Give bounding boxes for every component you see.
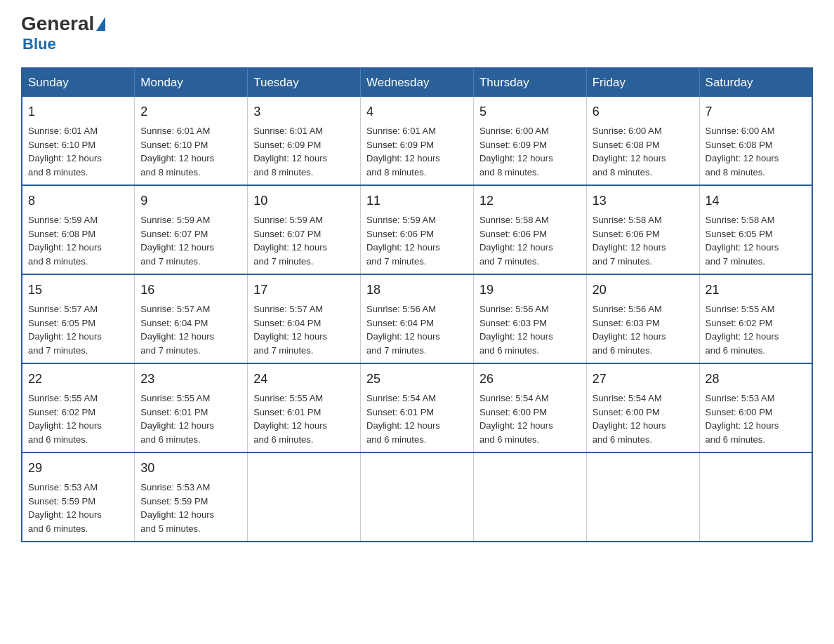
- day-number: 15: [28, 281, 128, 300]
- day-info: Sunrise: 5:58 AMSunset: 6:06 PMDaylight:…: [479, 215, 553, 267]
- calendar-header-saturday: Saturday: [699, 68, 812, 97]
- day-info: Sunrise: 5:54 AMSunset: 6:00 PMDaylight:…: [593, 393, 666, 445]
- day-number: 20: [593, 281, 694, 300]
- page-header: General Blue: [21, 14, 813, 53]
- calendar-week-row: 29Sunrise: 5:53 AMSunset: 5:59 PMDayligh…: [22, 452, 812, 542]
- day-info: Sunrise: 6:00 AMSunset: 6:08 PMDaylight:…: [706, 126, 779, 177]
- day-number: 5: [479, 102, 581, 121]
- day-info: Sunrise: 5:55 AMSunset: 6:02 PMDaylight:…: [28, 393, 102, 445]
- calendar-cell: 4Sunrise: 6:01 AMSunset: 6:09 PMDaylight…: [361, 97, 474, 185]
- day-info: Sunrise: 5:55 AMSunset: 6:01 PMDaylight:…: [140, 393, 214, 445]
- day-number: 8: [28, 192, 128, 210]
- day-number: 16: [140, 281, 241, 300]
- day-number: 24: [253, 370, 355, 389]
- day-number: 1: [28, 102, 128, 121]
- day-info: Sunrise: 5:58 AMSunset: 6:05 PMDaylight:…: [706, 215, 779, 267]
- logo-blue: Blue: [22, 35, 56, 53]
- day-info: Sunrise: 5:59 AMSunset: 6:06 PMDaylight:…: [366, 215, 440, 267]
- calendar-header-monday: Monday: [135, 68, 248, 97]
- calendar-cell: [699, 452, 812, 542]
- calendar-cell: 26Sunrise: 5:54 AMSunset: 6:00 PMDayligh…: [473, 363, 586, 452]
- calendar-cell: 8Sunrise: 5:59 AMSunset: 6:08 PMDaylight…: [22, 185, 135, 274]
- calendar-cell: 12Sunrise: 5:58 AMSunset: 6:06 PMDayligh…: [473, 185, 586, 274]
- day-number: 10: [253, 192, 355, 210]
- calendar-header-friday: Friday: [586, 68, 699, 97]
- calendar-cell: 18Sunrise: 5:56 AMSunset: 6:04 PMDayligh…: [361, 274, 474, 363]
- day-info: Sunrise: 5:56 AMSunset: 6:03 PMDaylight:…: [593, 304, 666, 356]
- day-number: 21: [706, 281, 806, 300]
- day-number: 2: [140, 102, 241, 121]
- calendar-table: SundayMondayTuesdayWednesdayThursdayFrid…: [21, 67, 813, 542]
- day-number: 23: [140, 370, 241, 389]
- day-number: 18: [366, 281, 468, 300]
- day-info: Sunrise: 5:54 AMSunset: 6:00 PMDaylight:…: [479, 393, 553, 445]
- day-info: Sunrise: 5:58 AMSunset: 6:06 PMDaylight:…: [593, 215, 666, 267]
- calendar-cell: 6Sunrise: 6:00 AMSunset: 6:08 PMDaylight…: [586, 97, 699, 185]
- day-number: 11: [366, 192, 468, 210]
- day-info: Sunrise: 5:55 AMSunset: 6:01 PMDaylight:…: [253, 393, 327, 445]
- day-number: 26: [479, 370, 581, 389]
- calendar-cell: 20Sunrise: 5:56 AMSunset: 6:03 PMDayligh…: [586, 274, 699, 363]
- day-number: 19: [479, 281, 581, 300]
- calendar-header-tuesday: Tuesday: [248, 68, 361, 97]
- calendar-cell: 27Sunrise: 5:54 AMSunset: 6:00 PMDayligh…: [586, 363, 699, 452]
- calendar-cell: [361, 452, 474, 542]
- calendar-cell: 13Sunrise: 5:58 AMSunset: 6:06 PMDayligh…: [586, 185, 699, 274]
- logo-general: General: [21, 14, 94, 34]
- day-info: Sunrise: 6:00 AMSunset: 6:08 PMDaylight:…: [593, 126, 666, 177]
- day-number: 12: [479, 192, 581, 210]
- day-number: 27: [593, 370, 694, 389]
- calendar-cell: 11Sunrise: 5:59 AMSunset: 6:06 PMDayligh…: [361, 185, 474, 274]
- calendar-week-row: 22Sunrise: 5:55 AMSunset: 6:02 PMDayligh…: [22, 363, 812, 452]
- calendar-cell: 1Sunrise: 6:01 AMSunset: 6:10 PMDaylight…: [22, 97, 135, 185]
- calendar-cell: 7Sunrise: 6:00 AMSunset: 6:08 PMDaylight…: [699, 97, 812, 185]
- day-info: Sunrise: 5:53 AMSunset: 5:59 PMDaylight:…: [140, 482, 214, 534]
- calendar-cell: 28Sunrise: 5:53 AMSunset: 6:00 PMDayligh…: [699, 363, 812, 452]
- day-info: Sunrise: 5:59 AMSunset: 6:08 PMDaylight:…: [28, 215, 102, 267]
- calendar-cell: 16Sunrise: 5:57 AMSunset: 6:04 PMDayligh…: [135, 274, 248, 363]
- calendar-cell: 17Sunrise: 5:57 AMSunset: 6:04 PMDayligh…: [248, 274, 361, 363]
- day-info: Sunrise: 6:01 AMSunset: 6:10 PMDaylight:…: [28, 126, 102, 177]
- day-info: Sunrise: 6:01 AMSunset: 6:09 PMDaylight:…: [253, 126, 327, 177]
- calendar-header-sunday: Sunday: [22, 68, 135, 97]
- logo: General Blue: [21, 14, 105, 53]
- calendar-cell: [586, 452, 699, 542]
- calendar-cell: [248, 452, 361, 542]
- calendar-cell: 25Sunrise: 5:54 AMSunset: 6:01 PMDayligh…: [361, 363, 474, 452]
- day-number: 6: [593, 102, 694, 121]
- calendar-cell: 2Sunrise: 6:01 AMSunset: 6:10 PMDaylight…: [135, 97, 248, 185]
- day-info: Sunrise: 5:53 AMSunset: 6:00 PMDaylight:…: [706, 393, 779, 445]
- calendar-cell: 21Sunrise: 5:55 AMSunset: 6:02 PMDayligh…: [699, 274, 812, 363]
- day-number: 30: [140, 459, 241, 478]
- calendar-cell: 23Sunrise: 5:55 AMSunset: 6:01 PMDayligh…: [135, 363, 248, 452]
- day-number: 9: [140, 192, 241, 210]
- day-number: 4: [366, 102, 468, 121]
- day-info: Sunrise: 5:56 AMSunset: 6:03 PMDaylight:…: [479, 304, 553, 356]
- calendar-cell: [473, 452, 586, 542]
- day-number: 29: [28, 459, 128, 478]
- day-number: 14: [706, 192, 806, 210]
- day-info: Sunrise: 5:56 AMSunset: 6:04 PMDaylight:…: [366, 304, 440, 356]
- day-info: Sunrise: 5:57 AMSunset: 6:05 PMDaylight:…: [28, 304, 102, 356]
- day-number: 7: [706, 102, 806, 121]
- calendar-cell: 24Sunrise: 5:55 AMSunset: 6:01 PMDayligh…: [248, 363, 361, 452]
- day-info: Sunrise: 5:59 AMSunset: 6:07 PMDaylight:…: [253, 215, 327, 267]
- day-info: Sunrise: 5:55 AMSunset: 6:02 PMDaylight:…: [706, 304, 779, 356]
- day-info: Sunrise: 5:53 AMSunset: 5:59 PMDaylight:…: [28, 482, 102, 534]
- day-number: 3: [253, 102, 355, 121]
- calendar-cell: 22Sunrise: 5:55 AMSunset: 6:02 PMDayligh…: [22, 363, 135, 452]
- calendar-cell: 15Sunrise: 5:57 AMSunset: 6:05 PMDayligh…: [22, 274, 135, 363]
- calendar-cell: 9Sunrise: 5:59 AMSunset: 6:07 PMDaylight…: [135, 185, 248, 274]
- day-number: 25: [366, 370, 468, 389]
- calendar-header-row: SundayMondayTuesdayWednesdayThursdayFrid…: [22, 68, 812, 97]
- calendar-week-row: 1Sunrise: 6:01 AMSunset: 6:10 PMDaylight…: [22, 97, 812, 185]
- day-info: Sunrise: 5:57 AMSunset: 6:04 PMDaylight:…: [253, 304, 327, 356]
- day-info: Sunrise: 5:59 AMSunset: 6:07 PMDaylight:…: [140, 215, 214, 267]
- calendar-cell: 14Sunrise: 5:58 AMSunset: 6:05 PMDayligh…: [699, 185, 812, 274]
- calendar-cell: 19Sunrise: 5:56 AMSunset: 6:03 PMDayligh…: [473, 274, 586, 363]
- calendar-cell: 5Sunrise: 6:00 AMSunset: 6:09 PMDaylight…: [473, 97, 586, 185]
- day-info: Sunrise: 5:54 AMSunset: 6:01 PMDaylight:…: [366, 393, 440, 445]
- day-number: 17: [253, 281, 355, 300]
- day-info: Sunrise: 6:00 AMSunset: 6:09 PMDaylight:…: [479, 126, 553, 177]
- calendar-cell: 30Sunrise: 5:53 AMSunset: 5:59 PMDayligh…: [135, 452, 248, 542]
